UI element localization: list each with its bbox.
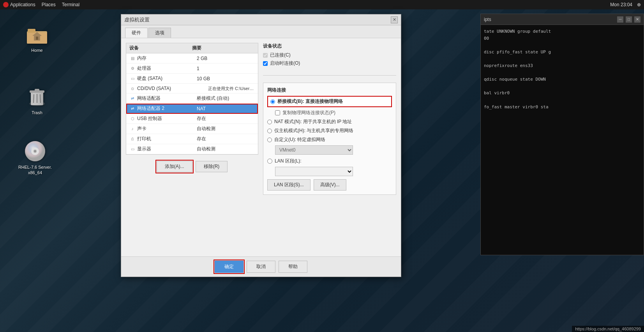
- dialog-tabs: 硬件 选项: [121, 25, 401, 38]
- display-summary: 自动检测: [197, 146, 255, 152]
- device-row-mem[interactable]: ▤ 内存 2 GB: [126, 53, 258, 64]
- tab-options[interactable]: 选项: [148, 28, 171, 38]
- advanced-btn[interactable]: 高级(V)...: [314, 179, 346, 191]
- auto-connect-row: 启动时连接(O): [263, 60, 396, 67]
- dialog-overlay: 虚拟机设置 ✕ 硬件 选项 设备 摘要 ▤ 内存: [0, 0, 644, 332]
- usb-summary: 存在: [197, 115, 255, 122]
- device-status-title: 设备状态: [263, 43, 396, 49]
- col-summary-header: 摘要: [192, 45, 255, 51]
- cd-summary: 正在使用文件 C:\Users\www2...: [208, 86, 255, 92]
- lan-select[interactable]: [275, 167, 353, 176]
- device-status-section: 设备状态 已连接(C) 启动时连接(O): [263, 43, 396, 68]
- custom-radio-row: 自定义(U): 特定虚拟网络: [267, 136, 392, 143]
- lan-label: LAN 区段(L):: [275, 158, 302, 164]
- cd-dev-icon: ⊙: [129, 85, 136, 92]
- lan-row: LAN 区段(L):: [267, 158, 392, 164]
- mem-summary: 2 GB: [197, 56, 255, 61]
- remove-device-btn[interactable]: 移除(R): [196, 161, 228, 172]
- custom-label: 自定义(U): 特定虚拟网络: [274, 136, 325, 143]
- replicate-checkbox[interactable]: [275, 110, 280, 115]
- sound-summary: 自动检测: [197, 125, 255, 132]
- device-row-printer[interactable]: ⎙ 打印机 存在: [126, 134, 258, 144]
- replicate-checkbox-row: 复制物理网络连接状态(P): [275, 109, 392, 116]
- device-row-net1[interactable]: ⇌ 网络适配器 桥接模式 (自动): [126, 94, 258, 104]
- add-device-btn[interactable]: 添加(A)...: [157, 161, 192, 172]
- sound-icon: ♪: [129, 126, 136, 132]
- display-name: 显示器: [137, 146, 195, 152]
- device-actions: 添加(A)... 移除(R): [126, 161, 258, 172]
- connected-checkbox[interactable]: [263, 53, 268, 58]
- device-row-disk[interactable]: ▭ 硬盘 (SATA) 10 GB: [126, 74, 258, 84]
- device-row-sound[interactable]: ♪ 声卡 自动检测: [126, 124, 258, 134]
- host-label: 仅主机模式(H): 与主机共享的专用网络: [274, 127, 353, 134]
- replicate-label: 复制物理网络连接状态(P): [282, 109, 335, 116]
- usb-icon: ⬡: [129, 116, 136, 122]
- device-row-net2[interactable]: ⇌ 网络适配器 2 NAT: [126, 104, 258, 114]
- net1-icon: ⇌: [129, 95, 136, 102]
- display-icon: ▭: [129, 146, 136, 152]
- vmnet-select[interactable]: VMnet0: [275, 145, 353, 155]
- cpu-summary: 1: [197, 66, 255, 71]
- dialog-close-btn[interactable]: ✕: [391, 16, 398, 23]
- disk-icon: ▭: [129, 76, 136, 82]
- cpu-icon: ⚙: [129, 65, 136, 72]
- col-device-header: 设备: [129, 45, 192, 51]
- device-row-usb[interactable]: ⬡ USB 控制器 存在: [126, 114, 258, 124]
- settings-panel: 设备状态 已连接(C) 启动时连接(O) 网络连接: [263, 43, 396, 252]
- custom-radio[interactable]: [267, 138, 272, 142]
- ok-btn[interactable]: 确定: [215, 261, 243, 273]
- device-table-header: 设备 摘要: [126, 43, 258, 53]
- dialog-title: 虚拟机设置: [124, 16, 150, 23]
- device-row-cd[interactable]: ⊙ CD/DVD (SATA) 正在使用文件 C:\Users\www2...: [126, 84, 258, 94]
- section-divider: [263, 75, 396, 76]
- auto-connect-checkbox[interactable]: [263, 61, 268, 66]
- cpu-name: 处理器: [137, 65, 195, 72]
- network-title: 网络连接: [267, 87, 392, 94]
- printer-name: 打印机: [137, 136, 195, 142]
- device-panel: 设备 摘要 ▤ 内存 2 GB ⚙ 处理器 1 ▭: [126, 43, 258, 155]
- usb-name: USB 控制器: [137, 115, 195, 122]
- bridge-radio[interactable]: [270, 99, 275, 104]
- connected-label: 已连接(C): [270, 52, 291, 58]
- net2-name: 网络适配器 2: [137, 105, 195, 112]
- device-row-display[interactable]: ▭ 显示器 自动检测: [126, 144, 258, 154]
- sound-name: 声卡: [137, 125, 195, 132]
- nat-label: NAT 模式(N): 用于共享主机的 IP 地址: [274, 118, 352, 125]
- network-section: 网络连接 桥接模式(B): 直接连接物理网络 复制物理网络连接状态(P): [263, 83, 396, 195]
- printer-icon: ⎙: [129, 136, 136, 142]
- printer-summary: 存在: [197, 136, 255, 142]
- bridge-option-row: 桥接模式(B): 直接连接物理网络: [267, 96, 392, 107]
- cancel-btn[interactable]: 取消: [247, 261, 275, 273]
- dialog-titlebar: 虚拟机设置 ✕: [121, 14, 401, 25]
- net1-name: 网络适配器: [137, 95, 195, 102]
- bridge-label: 桥接模式(B): 直接连接物理网络: [277, 98, 343, 105]
- net1-summary: 桥接模式 (自动): [197, 95, 255, 102]
- network-btns: LAN 区段(S)... 高级(V)...: [267, 179, 392, 191]
- net2-icon: ⇌: [129, 106, 136, 112]
- disk-name: 硬盘 (SATA): [137, 75, 195, 82]
- auto-connect-label: 启动时连接(O): [270, 60, 300, 67]
- dialog-body: 设备 摘要 ▤ 内存 2 GB ⚙ 处理器 1 ▭: [121, 38, 401, 256]
- left-panel: 设备 摘要 ▤ 内存 2 GB ⚙ 处理器 1 ▭: [126, 43, 258, 252]
- vm-dialog: 虚拟机设置 ✕ 硬件 选项 设备 摘要 ▤ 内存: [121, 14, 401, 277]
- mem-icon: ▤: [129, 55, 136, 62]
- nat-radio-row: NAT 模式(N): 用于共享主机的 IP 地址: [267, 118, 392, 125]
- device-row-cpu[interactable]: ⚙ 处理器 1: [126, 64, 258, 74]
- nat-radio[interactable]: [267, 120, 272, 124]
- tab-hardware[interactable]: 硬件: [125, 28, 148, 38]
- mem-name: 内存: [137, 55, 195, 62]
- disk-summary: 10 GB: [197, 76, 255, 81]
- net2-summary: NAT: [197, 106, 255, 111]
- connected-row: 已连接(C): [263, 52, 396, 58]
- help-btn[interactable]: 帮助: [279, 261, 307, 273]
- dialog-footer: 确定 取消 帮助: [121, 256, 401, 277]
- host-radio-row: 仅主机模式(H): 与主机共享的专用网络: [267, 127, 392, 134]
- lan-segment-btn[interactable]: LAN 区段(S)...: [267, 179, 311, 191]
- host-radio[interactable]: [267, 129, 272, 133]
- lan-radio[interactable]: [267, 159, 272, 164]
- cd-name: CD/DVD (SATA): [137, 86, 206, 91]
